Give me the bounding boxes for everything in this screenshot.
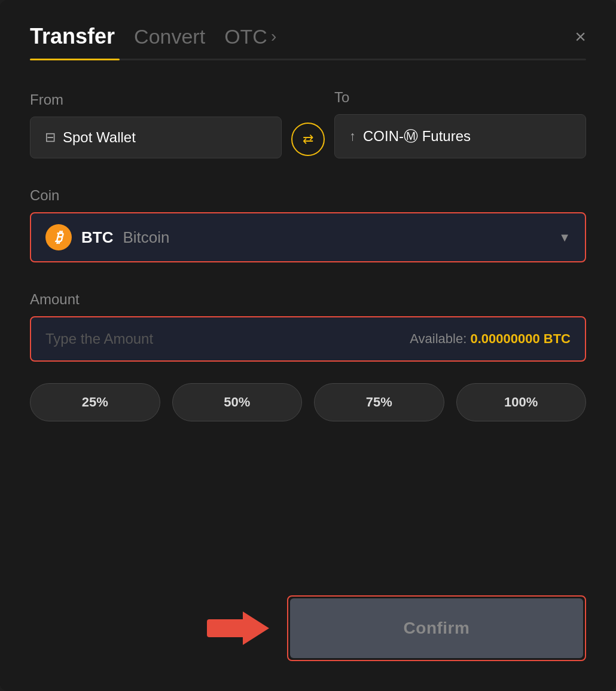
modal-header: Transfer Convert OTC › × (30, 24, 586, 49)
bottom-spacer (36, 611, 287, 645)
arrow-indicator (207, 611, 269, 645)
from-wallet-selector[interactable]: ⊟ Spot Wallet (30, 117, 282, 158)
tab-convert[interactable]: Convert (134, 25, 205, 48)
to-wallet-name: COIN-Ⓜ Futures (363, 127, 471, 146)
to-label: To (334, 89, 586, 106)
btc-icon: ₿ (45, 224, 72, 250)
tab-otc[interactable]: OTC › (224, 25, 276, 48)
tab-underline-row (30, 59, 586, 60)
confirm-button[interactable]: Confirm (290, 598, 583, 658)
percent-row: 25% 50% 75% 100% (30, 383, 586, 421)
percent-25-button[interactable]: 25% (30, 383, 160, 421)
amount-section: Amount Type the Amount Available: 0.0000… (30, 291, 586, 362)
coin-label: Coin (30, 187, 586, 204)
percent-50-button[interactable]: 50% (172, 383, 303, 421)
coin-chevron-icon: ▼ (559, 231, 571, 244)
from-wallet-name: Spot Wallet (63, 129, 136, 146)
to-wallet-selector[interactable]: ↑ COIN-Ⓜ Futures (334, 114, 586, 158)
wallet-icon: ⊟ (45, 130, 56, 145)
coin-ticker: BTC (81, 228, 113, 247)
bottom-section: Confirm (30, 559, 586, 661)
coin-section: Coin ₿ BTC Bitcoin ▼ (30, 187, 586, 262)
from-label: From (30, 91, 282, 108)
coin-selector[interactable]: ₿ BTC Bitcoin ▼ (30, 212, 586, 262)
swap-button[interactable]: ⇄ (291, 123, 325, 156)
close-button[interactable]: × (575, 27, 586, 46)
percent-100-button[interactable]: 100% (456, 383, 587, 421)
amount-label: Amount (30, 291, 586, 308)
available-amount: 0.00000000 BTC (470, 331, 571, 346)
available-text: Available: 0.00000000 BTC (410, 331, 571, 347)
futures-icon: ↑ (349, 129, 356, 144)
tab-transfer[interactable]: Transfer (30, 24, 115, 49)
amount-input-box[interactable]: Type the Amount Available: 0.00000000 BT… (30, 316, 586, 362)
swap-btn-container: ⇄ (291, 123, 325, 158)
percent-75-button[interactable]: 75% (314, 383, 444, 421)
confirm-button-wrapper: Confirm (287, 595, 586, 661)
coin-name: Bitcoin (123, 228, 169, 247)
to-group: To ↑ COIN-Ⓜ Futures (334, 89, 586, 158)
transfer-modal: Transfer Convert OTC › × From ⊟ Spot Wal… (0, 0, 616, 691)
amount-placeholder: Type the Amount (45, 331, 153, 347)
tab-underline-active (30, 59, 120, 60)
from-group: From ⊟ Spot Wallet (30, 91, 282, 158)
from-to-section: From ⊟ Spot Wallet ⇄ To ↑ COIN-Ⓜ Futures (30, 89, 586, 158)
otc-chevron-icon: › (271, 27, 276, 46)
